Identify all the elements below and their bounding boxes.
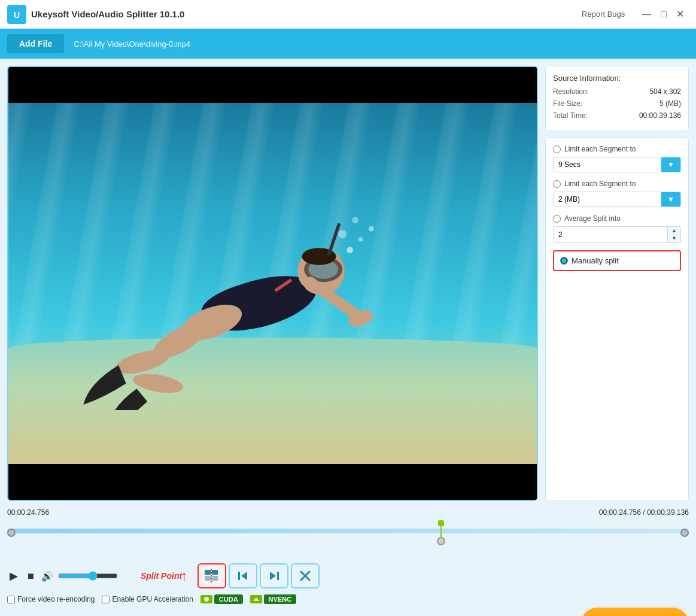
mb-select[interactable]: 1 (MB) 2 (MB) 5 (MB) 10 (MB) 50 (MB) 100… (554, 192, 661, 207)
main-area: Source Information: Resolution: 504 x 30… (0, 59, 696, 508)
bottom-section: 00:00:24.756 00:00:24.756 / 00:00:39.136… (0, 508, 696, 616)
svg-rect-29 (277, 572, 279, 580)
video-content[interactable] (8, 103, 537, 464)
option2-radio[interactable] (553, 180, 561, 188)
split-icon (203, 568, 220, 584)
filesize-value: 5 (MB) (659, 99, 681, 108)
video-bottom-bar (8, 464, 537, 500)
option3-row: Average Split into (553, 214, 681, 223)
svg-point-32 (204, 597, 209, 602)
totaltime-value: 00:00:39.136 (639, 111, 681, 120)
force-encoding-label: Force video re-encoding (17, 595, 95, 603)
volume-slider[interactable] (58, 571, 118, 581)
manually-split-radio[interactable] (560, 257, 568, 265)
option3-radio[interactable] (553, 215, 561, 223)
minimize-button[interactable]: — (637, 8, 656, 21)
video-panel (7, 66, 538, 501)
info-panel: Source Information: Resolution: 504 x 30… (545, 66, 689, 501)
delete-icon (298, 569, 312, 583)
resolution-value: 504 x 302 (649, 87, 681, 96)
split-point-arrow: ↑ (181, 568, 188, 584)
force-encoding-checkbox[interactable] (7, 596, 15, 603)
resolution-row: Resolution: 504 x 302 (553, 87, 681, 96)
manually-split-label[interactable]: Manually split (572, 256, 619, 265)
close-button[interactable]: ✕ (671, 7, 689, 21)
maximize-button[interactable]: □ (656, 8, 671, 21)
titlebar: U Ukeysoft Video/Audio Splitter 10.1.0 R… (0, 0, 696, 29)
force-encoding-checkbox-label[interactable]: Force video re-encoding (7, 595, 95, 603)
controls-row: ▶ ■ 🔊 Split Point ↑ (7, 563, 689, 588)
gpu-accel-label: Enable GPU Acceleration (112, 595, 193, 603)
totaltime-row: Total Time: 00:00:39.136 (553, 111, 681, 120)
add-file-button[interactable]: Add File (7, 34, 64, 53)
current-time-left: 00:00:24.756 (7, 508, 49, 517)
report-bugs-link[interactable]: Report Bugs (582, 10, 625, 19)
app-title: Ukeysoft Video/Audio Splitter 10.1.0 (31, 9, 582, 19)
app-logo: U (7, 5, 26, 24)
swimmer-figure (35, 175, 484, 410)
marker-handle[interactable] (437, 537, 445, 545)
spinner-up[interactable]: ▲ (668, 227, 680, 235)
gpu-accel-checkbox-label[interactable]: Enable GPU Acceleration (102, 595, 193, 603)
source-info-box: Source Information: Resolution: 504 x 30… (545, 66, 689, 131)
option3-label[interactable]: Average Split into (564, 214, 621, 223)
volume-icon: 🔊 (41, 571, 53, 582)
manually-split-box[interactable]: Manually split (553, 250, 681, 271)
timeline-track[interactable] (7, 529, 689, 533)
video-top-bar (8, 67, 537, 103)
option2-select-wrapper: 1 (MB) 2 (MB) 5 (MB) 10 (MB) 50 (MB) 100… (553, 192, 681, 207)
option1-row: Limit each Segment to (553, 145, 681, 153)
footer-row: Force video re-encoding Enable GPU Accel… (7, 594, 689, 604)
option1-label[interactable]: Limit each Segment to (564, 145, 636, 153)
resolution-label: Resolution: (553, 87, 589, 96)
timeline-container[interactable] (7, 529, 689, 559)
split-point-button[interactable] (197, 563, 226, 588)
spinner-down[interactable]: ▼ (668, 235, 680, 242)
go-end-button[interactable] (260, 563, 288, 588)
nvenc-badge: NVENC (264, 594, 297, 604)
split-point-label: Split Point (141, 571, 182, 581)
spinner-buttons: ▲ ▼ (667, 227, 680, 242)
cuda-badge-group: CUDA (200, 594, 243, 604)
split-marker (437, 520, 445, 545)
video-inner (8, 67, 537, 500)
average-split-spinner: ▲ ▼ (553, 226, 681, 243)
play-button[interactable]: ▶ (7, 567, 20, 585)
cuda-logo-icon (200, 595, 212, 603)
time-display-right: 00:00:24.756 / 00:00:39.136 (599, 508, 689, 517)
average-split-input[interactable] (554, 227, 667, 242)
option2-row: Limit each Segment to (553, 180, 681, 188)
totaltime-label: Total Time: (553, 111, 588, 120)
start-button[interactable]: ↺ Start (581, 608, 689, 616)
marker-line (440, 526, 442, 537)
gpu-accel-checkbox[interactable] (102, 596, 110, 603)
secs-dropdown-arrow[interactable]: ▼ (661, 157, 680, 172)
segment-handle-left[interactable] (7, 529, 16, 537)
svg-rect-22 (212, 570, 218, 575)
source-info-title: Source Information: (553, 74, 681, 83)
svg-point-17 (338, 229, 347, 238)
filesize-row: File Size: 5 (MB) (553, 99, 681, 108)
toolbar: Add File C:\All My Video\One\diving-0.mp… (0, 29, 696, 59)
filesize-label: File Size: (553, 99, 582, 108)
segment-handle-right[interactable] (680, 529, 689, 537)
svg-rect-27 (238, 572, 240, 580)
action-buttons (197, 563, 320, 588)
option2-label[interactable]: Limit each Segment to (564, 180, 636, 188)
svg-marker-33 (253, 597, 259, 601)
svg-point-15 (347, 247, 353, 253)
nvenc-badge-group: NVENC (250, 594, 297, 604)
go-end-icon (267, 569, 281, 583)
delete-segment-button[interactable] (291, 563, 320, 588)
go-start-button[interactable] (229, 563, 257, 588)
option1-radio[interactable] (553, 145, 561, 153)
secs-select[interactable]: 9 Secs 10 Secs 15 Secs 20 Secs 30 Secs 6… (554, 157, 661, 172)
mb-dropdown-arrow[interactable]: ▼ (661, 192, 680, 207)
file-path-display: C:\All My Video\One\diving-0.mp4 (74, 40, 190, 48)
stop-button[interactable]: ■ (25, 568, 37, 585)
svg-rect-21 (205, 570, 211, 575)
svg-marker-28 (270, 572, 276, 580)
option1-select-wrapper: 9 Secs 10 Secs 15 Secs 20 Secs 30 Secs 6… (553, 157, 681, 172)
time-row: 00:00:24.756 00:00:24.756 / 00:00:39.136 (7, 508, 689, 517)
svg-rect-24 (212, 576, 218, 581)
